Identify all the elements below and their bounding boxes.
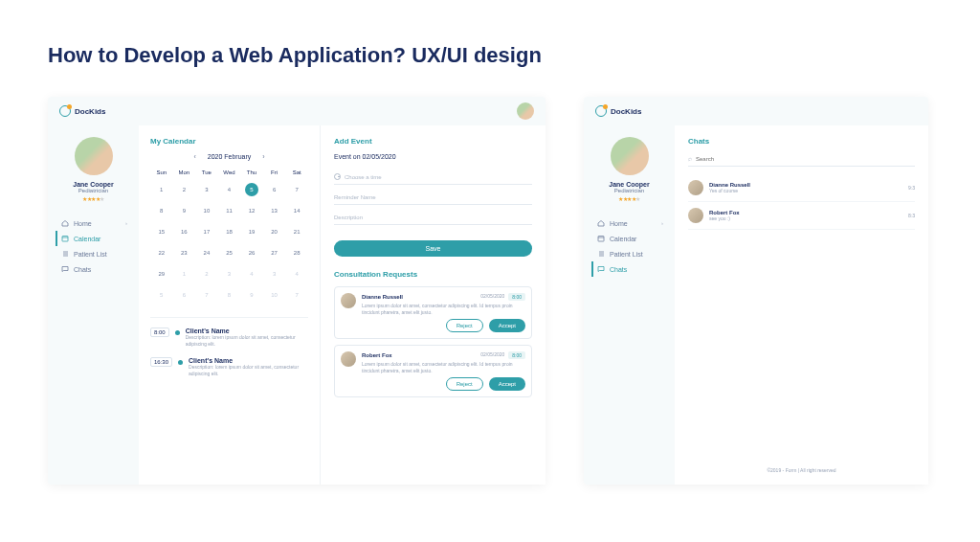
- brand-name: DocKids: [75, 107, 105, 116]
- svg-rect-1: [598, 237, 604, 242]
- app-screen-chats: DocKids Jane Cooper Pediatrician ★★★★★ H…: [584, 97, 928, 485]
- calendar-prev-button[interactable]: ‹: [193, 153, 195, 160]
- save-button[interactable]: Save: [334, 240, 532, 257]
- accept-button[interactable]: Accept: [489, 319, 525, 332]
- topbar-avatar[interactable]: [517, 102, 534, 120]
- consult-name: Robert Fox: [362, 352, 392, 358]
- footer-text: ©2019 - Form | All right reserved: [688, 460, 915, 473]
- event-item[interactable]: 8:00 Client's Name Description: lorem ip…: [150, 327, 308, 348]
- calendar-icon: [597, 235, 605, 242]
- day-head: Sat: [285, 166, 308, 179]
- accept-button[interactable]: Accept: [489, 377, 525, 391]
- dot-icon: [178, 360, 183, 365]
- cal-row: 1234567: [150, 179, 308, 200]
- chat-time: 8:3: [908, 213, 915, 218]
- nav-patient-list[interactable]: Patient List: [591, 246, 667, 261]
- day-head: Thu: [240, 166, 263, 179]
- home-icon: [61, 219, 69, 227]
- event-desc: Description: lorem ipsum dolor sit amet,…: [189, 364, 308, 377]
- calendar-period: 2020 February: [208, 153, 252, 160]
- profile-name: Jane Cooper: [73, 181, 113, 188]
- calendar-next-button[interactable]: ›: [262, 153, 264, 160]
- nav-home-label: Home: [610, 220, 628, 227]
- nav-patient-list-label: Patient List: [74, 251, 107, 258]
- brand-name: DocKids: [611, 107, 641, 116]
- chats-search[interactable]: ⌕: [688, 153, 915, 167]
- app-screen-calendar: DocKids Jane Cooper Pediatrician ★★★★★ H…: [48, 97, 546, 485]
- nav-chats[interactable]: Chats: [591, 261, 667, 277]
- nav-calendar[interactable]: Calendar: [56, 231, 131, 246]
- chats-panel: Chats ⌕ Dianne Russell Yes of course 9:3…: [675, 125, 928, 485]
- add-event-title: Add Event: [334, 137, 532, 146]
- chat-icon: [597, 265, 605, 273]
- nav-chats-label: Chats: [610, 266, 627, 273]
- right-column: Add Event Event on 02/05/2020 Choose a t…: [321, 125, 546, 485]
- brand: DocKids: [595, 105, 641, 117]
- consult-desc: Lorem ipsum dolor sit amet, consectetur …: [362, 303, 525, 315]
- day-head: Sun: [150, 166, 173, 179]
- nav-calendar-label: Calendar: [74, 236, 100, 242]
- event-name: Client's Name: [189, 357, 308, 364]
- cal-row: 56789107: [150, 284, 308, 305]
- nav-calendar-label: Calendar: [610, 236, 636, 242]
- cal-row: 891011121314: [150, 200, 308, 221]
- nav-home[interactable]: Home ›: [56, 215, 131, 231]
- event-desc: Description: lorem ipsum dolor sit amet,…: [186, 334, 308, 348]
- avatar: [688, 180, 703, 195]
- svg-rect-0: [62, 237, 68, 242]
- nav-chats[interactable]: Chats: [56, 261, 131, 277]
- nav-chats-label: Chats: [74, 266, 91, 273]
- calendar-column: My Calendar ‹ 2020 February › Sun Mon Tu…: [139, 125, 321, 485]
- topbar: DocKids: [584, 97, 928, 125]
- avatar: [688, 208, 703, 223]
- cal-row: 15161718192021: [150, 221, 308, 242]
- brand-logo-icon: [595, 105, 607, 117]
- day-head: Tue: [195, 166, 218, 179]
- cal-row: 29123434: [150, 263, 308, 284]
- consult-date: 02/05/2020: [480, 351, 504, 359]
- profile-role: Pediatrician: [78, 188, 108, 193]
- chat-list-item[interactable]: Dianne Russell Yes of course 9:3: [688, 174, 915, 202]
- cal-row: 22232425262728: [150, 242, 308, 263]
- chats-title: Chats: [688, 137, 915, 146]
- chat-time: 9:3: [908, 185, 915, 191]
- list-icon: [61, 250, 69, 258]
- reject-button[interactable]: Reject: [446, 319, 483, 332]
- event-item[interactable]: 16:30 Client's Name Description: lorem i…: [150, 357, 308, 377]
- consult-desc: Lorem ipsum dolor sit amet, consectetur …: [362, 361, 525, 373]
- add-event-reminder-field[interactable]: Reminder Name: [334, 191, 532, 205]
- placeholder: Choose a time: [345, 174, 382, 180]
- chat-list-item[interactable]: Robert Fox see you :) 8:3: [688, 202, 915, 230]
- nav-calendar[interactable]: Calendar: [591, 231, 667, 246]
- home-icon: [597, 219, 605, 227]
- brand: DocKids: [59, 105, 105, 117]
- consult-name: Dianne Russell: [362, 294, 403, 300]
- add-event-date: Event on 02/05/2020: [334, 153, 532, 160]
- page-title: How to Develop a Web Application? UX/UI …: [48, 43, 980, 68]
- profile-name: Jane Cooper: [609, 181, 649, 188]
- add-event-time-field[interactable]: Choose a time: [334, 169, 532, 185]
- avatar: [341, 293, 356, 308]
- topbar: DocKids: [48, 97, 546, 125]
- search-icon: ⌕: [688, 155, 692, 162]
- profile-avatar[interactable]: [75, 137, 113, 175]
- chevron-right-icon: ›: [661, 220, 663, 226]
- consult-date: 02/05/2020: [480, 293, 504, 301]
- consult-time-badge: 8:00: [508, 293, 525, 301]
- brand-logo-icon: [59, 105, 71, 117]
- search-input[interactable]: [696, 156, 915, 162]
- day-head: Wed: [218, 166, 241, 179]
- calendar-icon: [61, 235, 69, 242]
- nav-home[interactable]: Home ›: [591, 215, 667, 231]
- chat-preview: Yes of course: [709, 188, 902, 193]
- sidebar: Jane Cooper Pediatrician ★★★★★ Home › Ca…: [584, 125, 675, 485]
- add-event-description-field[interactable]: Description: [334, 211, 532, 225]
- day-head: Fri: [263, 166, 286, 179]
- nav-patient-list[interactable]: Patient List: [56, 246, 131, 261]
- nav-patient-list-label: Patient List: [610, 251, 643, 258]
- profile-rating: ★★★★★: [82, 195, 104, 202]
- nav-home-label: Home: [74, 220, 92, 227]
- profile-avatar[interactable]: [611, 137, 649, 175]
- chat-icon: [61, 265, 69, 273]
- reject-button[interactable]: Reject: [446, 377, 483, 391]
